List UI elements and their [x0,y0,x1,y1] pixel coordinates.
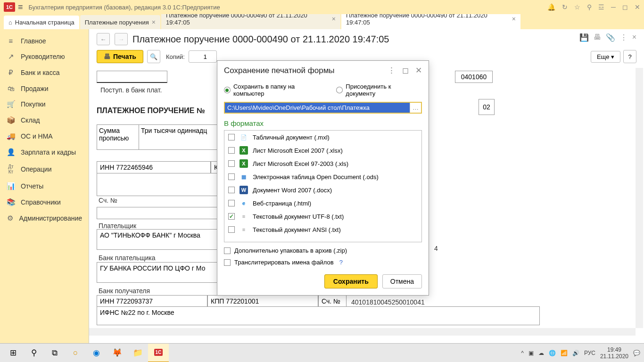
format-mxl[interactable]: 📄Табличный документ (.mxl) [224,131,421,144]
checkbox-icon[interactable] [228,147,235,154]
help-button[interactable]: ? [623,50,636,63]
checkbox-icon[interactable] [228,200,235,206]
save-button[interactable]: Сохранить [324,274,378,288]
format-txt-utf8[interactable]: ≡Текстовый документ UTF-8 (.txt) [224,210,421,223]
more-icon[interactable]: ⋮ [620,33,627,42]
preview-button[interactable]: 🔍 [147,50,160,63]
yandex-icon[interactable]: ○ [65,344,86,362]
checkbox-icon[interactable] [228,226,235,233]
sum-label: Сумма прописью [97,124,139,150]
tab-close-icon[interactable]: × [152,18,156,26]
taskview-button[interactable]: ⧉ [44,344,65,362]
nav-back-button[interactable]: ← [97,33,110,45]
tray-wifi-icon[interactable]: 📶 [561,350,568,356]
checkbox-icon[interactable] [224,247,231,254]
sidebar-item-warehouse[interactable]: 📦Склад [0,112,89,128]
save-icon[interactable]: 💾 [579,33,589,42]
radio-label: Сохранить в папку на компьютер [233,83,327,97]
edge-icon[interactable]: ◉ [86,344,107,362]
firefox-icon[interactable]: 🦊 [107,344,127,362]
sidebar-item-references[interactable]: 📚Справочники [0,194,89,210]
text-icon: ≡ [239,225,248,234]
tray-app-icon[interactable]: ▣ [528,350,534,356]
sidebar-item-assets[interactable]: 🚚ОС и НМА [0,128,89,144]
radio-save-folder[interactable]: Сохранить в папку на компьютер [224,83,327,97]
format-xlsx[interactable]: XЛист Microsoft Excel 2007 (.xlsx) [224,144,421,157]
tray-notifications-icon[interactable]: 💬 [633,350,640,356]
cancel-button[interactable]: Отмена [382,274,422,288]
sidebar-item-label: Покупки [21,100,46,108]
chart-icon: ↗ [7,52,15,61]
bell-icon[interactable]: 🔔 [547,3,555,11]
nav-forward-button[interactable]: → [115,33,128,45]
explorer-icon[interactable]: 📁 [127,344,148,362]
dialog-more-icon[interactable]: ⋮ [388,66,396,75]
tab-close-icon[interactable]: × [332,15,336,23]
checkbox-icon[interactable] [228,134,235,140]
checkbox-icon[interactable] [228,160,235,167]
tab-home[interactable]: ⌂ Начальная страница [4,16,79,29]
sidebar-item-label: Продажи [21,85,48,92]
history-icon[interactable]: ↻ [562,3,568,11]
tray-expand-icon[interactable]: ^ [521,350,524,356]
maximize-icon[interactable]: ◻ [622,3,628,11]
format-txt-ansi[interactable]: ≡Текстовый документ ANSI (.txt) [224,223,421,236]
checkbox-icon[interactable] [228,173,235,180]
more-button[interactable]: Еще ▾ [591,51,620,63]
format-xls[interactable]: XЛист Microsoft Excel 97-2003 (.xls) [224,157,421,170]
sidebar-item-main[interactable]: ≡Главное [0,33,89,49]
vertical-scrollbar[interactable] [636,68,643,328]
sidebar-item-manager[interactable]: ↗Руководителю [0,49,89,65]
minimize-icon[interactable]: ─ [611,3,616,11]
dialog-title: Сохранение печатной формы [224,66,335,75]
checkbox-icon[interactable] [228,213,235,220]
close-panel-icon[interactable]: × [632,33,636,42]
translit-option[interactable]: Транслитерировать имена файлов ? [224,259,422,266]
sidebar-item-label: Зарплата и кадры [21,148,76,156]
checkbox-icon[interactable] [228,187,235,193]
attach-icon[interactable]: 📎 [606,33,615,42]
hamburger-icon[interactable]: ≡ [18,2,23,12]
tab-close-icon[interactable]: × [512,15,516,23]
format-html[interactable]: eВеб-страница (.html) [224,197,421,210]
format-ods[interactable]: ▦Электронная таблица Open Document (.ods… [224,170,421,183]
horizontal-scrollbar[interactable] [89,328,636,336]
tab-label: Начальная страница [15,19,74,26]
sidebar-item-admin[interactable]: ⚙Администрирование [0,210,89,226]
print-icon[interactable]: 🖶 [594,33,601,42]
dialog-maximize-icon[interactable]: ◻ [402,66,409,75]
sidebar-item-salary[interactable]: 👤Зарплата и кадры [0,144,89,160]
tray-network-icon[interactable]: 🌐 [549,350,556,356]
tray-lang[interactable]: РУС [584,350,595,356]
tab-payments[interactable]: Платежные поручения × [80,15,160,29]
1c-taskbar-icon[interactable]: 1C [148,344,169,362]
sidebar-item-sales[interactable]: 🛍Продажи [0,81,89,96]
sidebar-item-reports[interactable]: 📊Отчеты [0,178,89,194]
format-label: Текстовый документ ANSI (.txt) [253,226,341,233]
help-link[interactable]: ? [339,259,343,266]
settings-icon[interactable]: ☲ [598,3,604,11]
format-label: Табличный документ (.mxl) [253,134,330,141]
tray-volume-icon[interactable]: 🔊 [572,350,579,356]
format-label: Лист Microsoft Excel 2007 (.xlsx) [253,147,343,154]
search-button[interactable]: ⚲ [24,344,44,362]
start-button[interactable]: ⊞ [3,344,24,362]
search-icon[interactable]: ⚲ [587,3,592,11]
format-docx[interactable]: WДокумент Word 2007 (.docx) [224,183,421,197]
dialog-close-icon[interactable]: ✕ [415,66,422,75]
tray-onedrive-icon[interactable]: ☁ [538,350,544,356]
browse-button[interactable]: … [410,103,421,113]
tray-clock[interactable]: 19:49 21.11.2020 [600,346,628,360]
sidebar-item-bank[interactable]: ₽Банк и касса [0,65,89,81]
star-icon[interactable]: ☆ [574,3,580,11]
path-input[interactable] [225,103,410,113]
sidebar-item-purchases[interactable]: 🛒Покупки [0,96,89,112]
close-icon[interactable]: ✕ [635,3,640,11]
sidebar-item-operations[interactable]: ДтКтОперации [0,160,89,178]
checkbox-icon[interactable] [224,259,231,266]
radio-attach[interactable]: Присоединить к документу [336,83,422,97]
print-button[interactable]: 🖶 Печать [97,50,143,63]
copies-input[interactable] [189,50,217,63]
zip-option[interactable]: Дополнительно упаковать в архив (.zip) [224,247,422,254]
sum-text: Три тысячи одиннадц [139,124,219,150]
